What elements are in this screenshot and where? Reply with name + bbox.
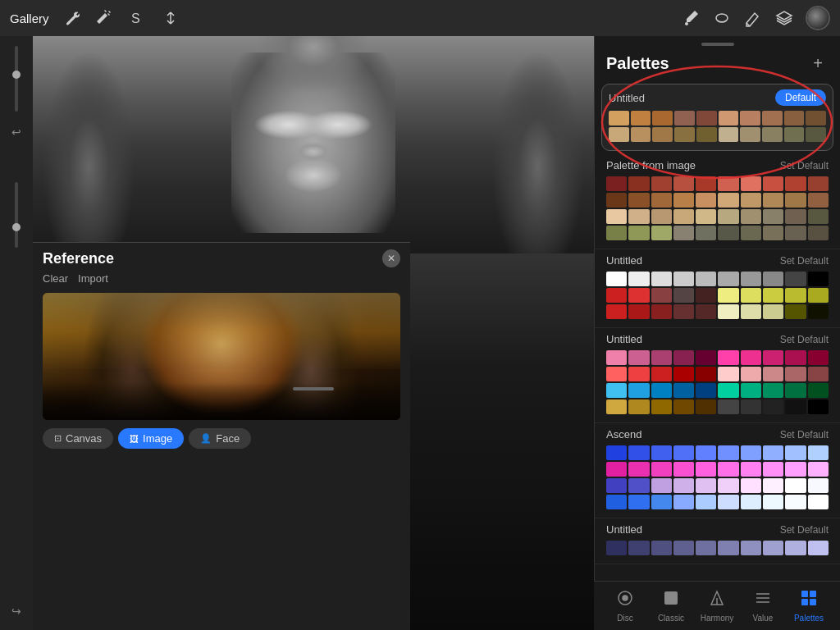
color-cell-3-15[interactable] [718, 367, 738, 381]
color-cell-1-13[interactable] [673, 193, 694, 208]
color-cell-4-6[interactable] [741, 445, 761, 460]
color-cell-2-25[interactable] [718, 304, 738, 319]
color-cell-1-23[interactable] [673, 209, 694, 224]
color-cell-3-36[interactable] [741, 399, 761, 414]
color-cell-3-5[interactable] [718, 350, 738, 365]
color-cell-2-26[interactable] [741, 304, 761, 319]
color-cell-1-7[interactable] [763, 176, 783, 191]
color-cell-4-10[interactable] [606, 462, 627, 477]
color-cell-1-26[interactable] [741, 209, 761, 224]
color-cell-5-5[interactable] [718, 541, 738, 555]
color-cell-3-38[interactable] [785, 399, 806, 414]
canvas-scroll-handle[interactable] [293, 387, 334, 390]
color-cell-3-39[interactable] [808, 399, 829, 414]
tab-face[interactable]: 👤 Face [189, 428, 251, 449]
magic-wand-icon[interactable] [95, 8, 115, 28]
color-cell-1-2[interactable] [651, 176, 672, 191]
color-cell-2-22[interactable] [651, 304, 672, 319]
color-cell-3-23[interactable] [673, 383, 694, 398]
import-button[interactable]: Import [78, 272, 108, 285]
tab-image[interactable]: 🖼 Image [118, 428, 184, 449]
color-cell-1-20[interactable] [606, 209, 627, 224]
color-cell-1-36[interactable] [741, 226, 761, 240]
color-cell-4-33[interactable] [673, 495, 694, 509]
color-cell-2-6[interactable] [741, 272, 761, 286]
color-cell-4-30[interactable] [606, 495, 627, 509]
color-cell-1-24[interactable] [696, 209, 716, 224]
color-cell-1-29[interactable] [808, 209, 829, 224]
color-cell-1-35[interactable] [718, 226, 738, 240]
color-cell-1-12[interactable] [651, 193, 672, 208]
color-cell-2-19[interactable] [808, 288, 829, 303]
color-cell-1-33[interactable] [673, 226, 694, 240]
color-cell-0-13[interactable] [674, 127, 695, 142]
color-cell-4-32[interactable] [651, 495, 672, 509]
color-cell-5-3[interactable] [673, 541, 694, 555]
clear-button[interactable]: Clear [43, 272, 68, 285]
color-cell-0-17[interactable] [762, 127, 783, 142]
color-cell-1-28[interactable] [785, 209, 806, 224]
color-cell-0-5[interactable] [719, 111, 739, 126]
color-cell-4-38[interactable] [785, 495, 806, 509]
tab-canvas[interactable]: ⊡ Canvas [43, 428, 113, 449]
palette-set-default-4[interactable]: Set Default [780, 429, 829, 441]
color-cell-4-16[interactable] [741, 462, 761, 477]
color-cell-3-3[interactable] [673, 350, 694, 365]
color-cell-4-23[interactable] [673, 478, 694, 493]
color-cell-0-9[interactable] [806, 111, 826, 126]
color-cell-3-0[interactable] [606, 350, 627, 365]
color-cell-0-19[interactable] [806, 127, 826, 142]
color-cell-1-1[interactable] [628, 176, 649, 191]
color-cell-4-8[interactable] [785, 445, 806, 460]
color-cell-2-1[interactable] [628, 272, 649, 286]
color-cell-2-24[interactable] [696, 304, 716, 319]
color-cell-4-18[interactable] [785, 462, 806, 477]
color-cell-2-17[interactable] [763, 288, 783, 303]
brush-icon[interactable] [681, 8, 701, 28]
color-cell-0-16[interactable] [740, 127, 760, 142]
drag-handle[interactable] [701, 43, 734, 46]
color-cell-1-30[interactable] [606, 226, 627, 240]
color-cell-4-7[interactable] [763, 445, 783, 460]
color-cell-3-19[interactable] [808, 367, 829, 381]
color-cell-2-18[interactable] [785, 288, 806, 303]
color-cell-3-29[interactable] [808, 383, 829, 398]
color-cell-3-25[interactable] [718, 383, 738, 398]
color-cell-1-6[interactable] [741, 176, 761, 191]
color-cell-5-9[interactable] [808, 541, 829, 555]
color-cell-4-3[interactable] [673, 445, 694, 460]
color-picker[interactable] [806, 6, 830, 30]
color-cell-4-26[interactable] [741, 478, 761, 493]
color-cell-4-20[interactable] [606, 478, 627, 493]
color-cell-3-6[interactable] [741, 350, 761, 365]
color-cell-3-11[interactable] [628, 367, 649, 381]
color-cell-2-11[interactable] [628, 288, 649, 303]
color-cell-0-3[interactable] [674, 111, 695, 126]
reference-image[interactable] [43, 293, 400, 420]
color-cell-5-8[interactable] [785, 541, 806, 555]
color-cell-4-31[interactable] [628, 495, 649, 509]
color-cell-2-15[interactable] [718, 288, 738, 303]
undo-icon[interactable]: ↩ [4, 120, 29, 144]
color-cell-3-10[interactable] [606, 367, 627, 381]
color-cell-1-8[interactable] [785, 176, 806, 191]
smudge-tool-icon[interactable]: S [128, 8, 148, 28]
color-cell-3-22[interactable] [651, 383, 672, 398]
color-cell-3-27[interactable] [763, 383, 783, 398]
add-palette-button[interactable]: + [807, 52, 829, 74]
color-cell-2-12[interactable] [651, 288, 672, 303]
color-cell-4-13[interactable] [673, 462, 694, 477]
color-cell-3-12[interactable] [651, 367, 672, 381]
color-cell-3-28[interactable] [785, 383, 806, 398]
color-cell-5-6[interactable] [741, 541, 761, 555]
size-slider[interactable] [15, 182, 18, 248]
color-cell-4-36[interactable] [741, 495, 761, 509]
color-cell-3-24[interactable] [696, 383, 716, 398]
color-cell-0-1[interactable] [631, 111, 651, 126]
color-cell-2-16[interactable] [741, 288, 761, 303]
color-cell-4-1[interactable] [628, 445, 649, 460]
color-cell-1-25[interactable] [718, 209, 738, 224]
color-cell-0-14[interactable] [696, 127, 717, 142]
color-cell-1-9[interactable] [808, 176, 829, 191]
color-cell-3-34[interactable] [696, 399, 716, 414]
